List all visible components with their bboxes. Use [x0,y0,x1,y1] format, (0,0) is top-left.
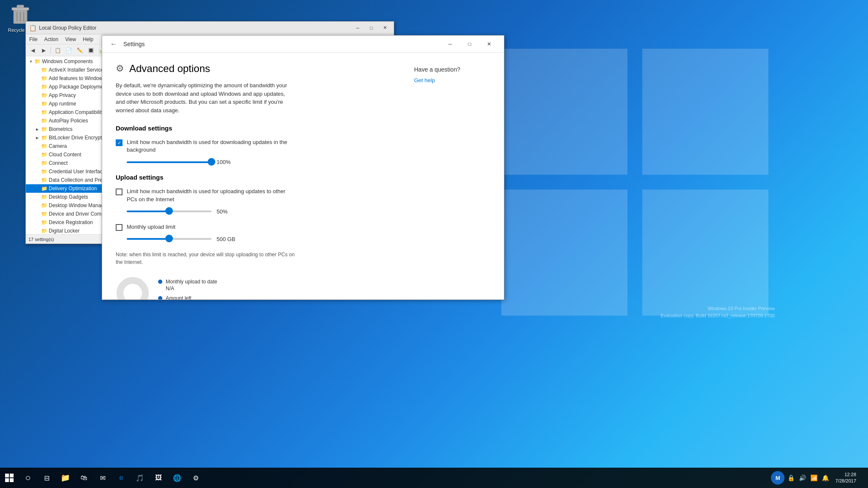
download-slider-value: 100% [217,159,234,165]
monthly-limit-slider-track[interactable] [127,238,211,240]
gpe-minimize-button[interactable]: ─ [352,24,363,32]
settings-maximize-button[interactable]: □ [460,36,479,53]
tree-label: Desktop Gadgets [49,194,88,200]
monthly-limit-slider-row: 500 GB [116,236,397,242]
gpe-close-button[interactable]: ✕ [379,24,390,32]
gpe-back-button[interactable]: ◀ [28,46,38,55]
taskbar: ○ ⊟ 📁 🛍 ✉ e 🎵 🖼 🌐 ⚙ M 🔒 🔊 📶 🔔 12:28 7/28… [0,468,868,488]
monthly-limit-slider-thumb[interactable] [165,235,173,242]
taskbar-task-view-button[interactable]: ⊟ [37,468,56,488]
monthly-limit-label: Monthly upload limit [127,223,175,231]
settings-close-button[interactable]: ✕ [479,36,499,53]
toolbar-sep-1 [50,47,51,54]
upload-slider-track-1[interactable] [127,211,211,212]
download-slider-fill [127,161,211,163]
tree-label: Cloud Content [49,152,81,158]
donut-chart [116,276,150,299]
upload-slider-value-1: 50% [217,208,234,215]
tree-arrow [36,111,41,114]
upload-note: Note: when this limit is reached, your d… [116,251,302,266]
settings-minimize-button[interactable]: ─ [440,36,460,53]
download-slider-thumb[interactable] [208,158,215,166]
tree-arrow [36,178,41,182]
gpe-toolbar-btn-6[interactable]: 🔳 [86,46,96,55]
gpe-menu-view[interactable]: View [62,36,80,43]
upload-limit-label: Limit how much bandwidth is used for upl… [127,188,296,203]
tree-arrow [36,161,41,165]
gpe-menu-file[interactable]: File [26,36,41,43]
taskbar-start-button[interactable] [0,468,19,488]
folder-icon: 📁 [41,152,47,158]
taskbar-network-icon[interactable]: 🔒 [786,474,796,481]
taskbar-right: M 🔒 🔊 📶 🔔 12:28 7/28/2017 [771,471,868,485]
taskbar-wifi-icon[interactable]: 📶 [809,474,819,481]
taskbar-file-explorer-button[interactable]: 📁 [56,468,75,488]
desktop: Recycle Bin 📋 Local Group Policy Editor … [0,0,868,488]
download-slider-track[interactable] [127,161,211,163]
taskbar-clock[interactable]: 12:28 7/28/2017 [832,471,860,485]
folder-icon: 📁 [41,228,47,234]
taskbar-notification-icon[interactable]: 🔔 [821,474,830,481]
taskbar-search-button[interactable]: ○ [19,468,37,488]
help-title: Have a question? [414,66,490,73]
get-help-link[interactable]: Get help [414,77,435,83]
folder-icon: 📁 [41,118,47,124]
folder-icon: 📁 [41,186,47,191]
tree-label: Biometrics [49,126,72,132]
upload-slider-thumb-1[interactable] [165,207,173,215]
legend-item-1: Monthly upload to date N/A [158,278,217,291]
settings-titlebar: ← Settings ─ □ ✕ [102,36,504,53]
upload-slider-fill-1 [127,211,169,212]
svg-point-6 [120,280,145,299]
gpe-menu-action[interactable]: Action [41,36,61,43]
tree-arrow [36,170,41,174]
taskbar-photos-button[interactable]: 🖼 [149,468,168,488]
tree-label: App Privacy [49,92,76,98]
folder-icon: 📁 [41,211,47,217]
folder-icon: 📁 [41,202,47,208]
tree-label: BitLocker Drive Encryptio... [49,135,110,141]
tree-arrow [36,187,41,191]
gpe-toolbar-btn-5[interactable]: ✏️ [75,46,85,55]
settings-page-title-text: Advanced options [129,63,210,75]
folder-icon: 📁 [41,109,47,115]
folder-icon: 📁 [41,177,47,183]
monthly-limit-checkbox[interactable] [116,224,122,231]
tree-label: Connect [49,160,68,166]
taskbar-user-icon[interactable]: M [771,471,785,485]
build-info: Windows 10 Pro Insider Preview Evaluatio… [661,305,775,319]
gpe-app-icon: 📋 [29,25,36,31]
tree-label: Data Collection and Previ... [49,177,110,183]
upload-limit-checkbox[interactable] [116,189,122,195]
gpe-toolbar-btn-4[interactable]: 📄 [64,46,74,55]
gpe-forward-button[interactable]: ▶ [39,46,49,55]
folder-icon: 📁 [41,101,47,107]
gpe-maximize-button[interactable]: □ [366,24,377,32]
folder-icon: 📁 [41,92,47,98]
tree-label: Camera [49,143,67,149]
taskbar-groove-button[interactable]: 🎵 [131,468,149,488]
taskbar-chrome-button[interactable]: 🌐 [168,468,186,488]
gear-icon: ⚙ [116,63,124,74]
download-slider-row: 100% [116,159,397,165]
legend-text-1: Monthly upload to date N/A [166,278,217,291]
gpe-toolbar-btn-3[interactable]: 📋 [53,46,63,55]
settings-back-button[interactable]: ← [107,38,120,50]
taskbar-edge-button[interactable]: e [112,468,131,488]
tree-label: Device Registration [49,219,93,225]
taskbar-settings-button[interactable]: ⚙ [186,468,205,488]
download-limit-checkbox[interactable]: ✓ [116,139,122,146]
windows-start-icon [5,474,14,482]
svg-rect-11 [10,478,14,482]
taskbar-store-button[interactable]: 🛍 [75,468,93,488]
taskbar-volume-icon[interactable]: 🔊 [798,474,807,481]
legend-item-2: Amount left 500.0 GB [158,295,217,299]
tree-label: Delivery Optimization [49,186,97,191]
tree-arrow [36,68,41,72]
folder-icon: 📁 [41,143,47,149]
gpe-menu-help[interactable]: Help [80,36,97,43]
upload-slider-row-1: 50% [116,208,397,215]
folder-icon: 📁 [41,84,47,90]
taskbar-mail-button[interactable]: ✉ [93,468,112,488]
recycle-bin-svg [10,3,31,24]
